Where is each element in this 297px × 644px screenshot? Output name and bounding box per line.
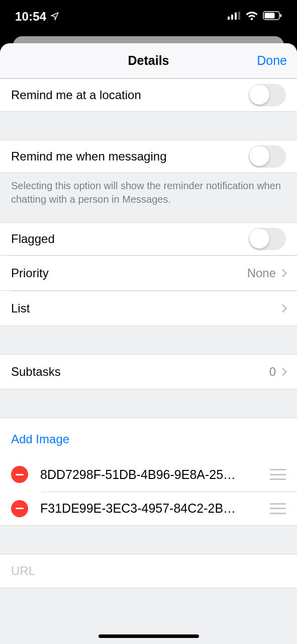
add-image-label: Add Image bbox=[11, 432, 69, 446]
details-sheet: Details Done Remind me at a location Rem… bbox=[0, 43, 297, 644]
svg-rect-6 bbox=[280, 14, 282, 17]
remind-location-toggle[interactable] bbox=[249, 84, 286, 106]
remind-messaging-toggle[interactable] bbox=[249, 145, 286, 168]
svg-rect-0 bbox=[228, 17, 230, 20]
remind-messaging-row[interactable]: Remind me when messaging bbox=[0, 140, 297, 173]
reorder-handle-icon[interactable] bbox=[270, 469, 286, 480]
toggle-knob bbox=[249, 228, 269, 249]
url-input[interactable] bbox=[11, 564, 286, 578]
remind-location-row[interactable]: Remind me at a location bbox=[0, 78, 297, 112]
list-row[interactable]: List bbox=[0, 291, 297, 326]
done-button[interactable]: Done bbox=[257, 43, 287, 78]
battery-icon bbox=[263, 11, 282, 22]
url-row[interactable] bbox=[0, 554, 297, 588]
wifi-icon bbox=[246, 11, 258, 22]
home-indicator[interactable] bbox=[98, 634, 199, 638]
status-bar: 10:54 bbox=[0, 0, 297, 35]
flagged-label: Flagged bbox=[11, 232, 249, 246]
attachment-name: 8DD7298F-51DB-4B96-9E8A-25… bbox=[40, 467, 270, 482]
subtasks-row[interactable]: Subtasks 0 bbox=[0, 354, 297, 389]
remind-messaging-footer: Selecting this option will show the remi… bbox=[0, 173, 297, 222]
svg-rect-3 bbox=[238, 12, 240, 20]
list-label: List bbox=[11, 301, 276, 315]
add-image-button[interactable]: Add Image bbox=[0, 418, 297, 457]
remind-messaging-label: Remind me when messaging bbox=[11, 149, 249, 164]
svg-rect-1 bbox=[231, 15, 233, 20]
flagged-row[interactable]: Flagged bbox=[0, 222, 297, 256]
location-services-icon bbox=[50, 10, 59, 24]
attachment-name: F31DE99E-3EC3-4957-84C2-2B… bbox=[40, 501, 270, 516]
priority-value: None bbox=[247, 266, 276, 280]
status-bar-right bbox=[228, 11, 282, 22]
delete-attachment-button[interactable] bbox=[11, 500, 28, 517]
status-time: 10:54 bbox=[15, 10, 46, 24]
minus-icon bbox=[16, 474, 24, 475]
subtasks-label: Subtasks bbox=[11, 365, 269, 379]
page-title: Details bbox=[128, 53, 169, 68]
chevron-right-icon bbox=[279, 368, 287, 376]
delete-attachment-button[interactable] bbox=[11, 466, 28, 483]
chevron-right-icon bbox=[279, 269, 287, 277]
cellular-signal-icon bbox=[228, 12, 241, 22]
priority-row[interactable]: Priority None bbox=[0, 256, 297, 291]
reorder-handle-icon[interactable] bbox=[270, 503, 286, 514]
subtasks-count: 0 bbox=[269, 365, 276, 379]
svg-rect-5 bbox=[265, 13, 275, 19]
minus-icon bbox=[16, 508, 24, 509]
toggle-knob bbox=[249, 146, 269, 166]
remind-location-label: Remind me at a location bbox=[11, 88, 249, 102]
flagged-toggle[interactable] bbox=[249, 228, 286, 250]
flag-priority-list-group: Flagged Priority None List bbox=[0, 222, 297, 326]
svg-rect-2 bbox=[235, 13, 237, 20]
toggle-knob bbox=[249, 85, 269, 105]
status-bar-left: 10:54 bbox=[15, 10, 59, 24]
image-attachment-row[interactable]: 8DD7298F-51DB-4B96-9E8A-25… bbox=[0, 457, 297, 492]
chevron-right-icon bbox=[279, 304, 287, 312]
image-attachment-row[interactable]: F31DE99E-3EC3-4957-84C2-2B… bbox=[0, 492, 297, 526]
sheet-header: Details Done bbox=[0, 43, 297, 78]
priority-label: Priority bbox=[11, 266, 247, 280]
